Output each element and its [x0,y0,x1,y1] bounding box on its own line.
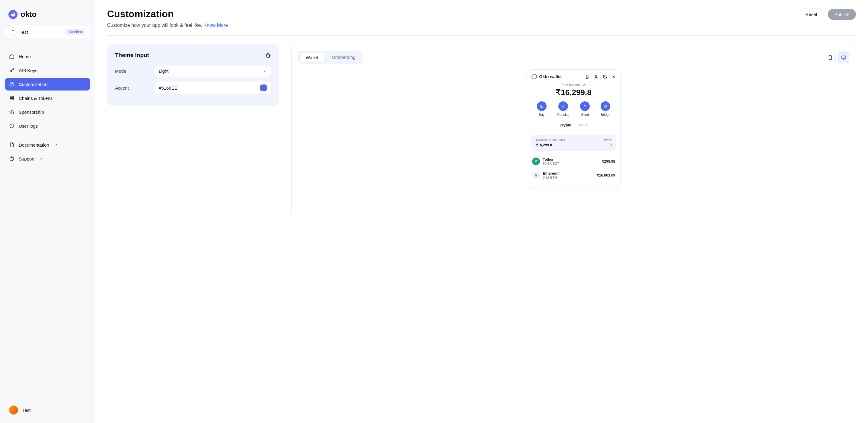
palette-icon [9,82,14,87]
page-subtitle: Customize how your app will look & feel … [107,23,228,28]
wallet-tab-nfts[interactable]: NFTs [579,121,588,130]
token-value: ₹16,001.09 [597,173,615,177]
key-icon [9,68,14,73]
balance-value: ₹16,299.8 [531,88,616,97]
sidebar-item-documentation[interactable]: Documentation [5,138,90,151]
sidebar-item-chains-tokens[interactable]: Chains & Tokens [5,92,90,104]
token-value: ₹298.98 [602,159,615,164]
sidebar-item-label: User logs [19,123,38,129]
token-row[interactable]: ₮ Tether 50.5 USDT ₹298.98 [531,155,616,168]
theme-card-title: Theme Input [115,52,149,59]
external-link-icon [54,143,58,147]
accent-input[interactable] [159,86,260,91]
main-content: Customization Customize how your app wil… [95,0,868,423]
svg-point-14 [584,85,585,86]
user-icon[interactable] [594,74,598,79]
token-row[interactable]: Ethereum 0.11 ETH ₹16,001.09 [531,168,616,182]
device-toggle [825,52,849,63]
device-desktop-button[interactable] [838,52,849,63]
page-header: Customization Customize how your app wil… [107,8,856,28]
eye-icon[interactable] [583,83,586,87]
wallet-action-bridge[interactable]: Bridge [600,101,610,117]
refresh-icon[interactable] [603,74,607,79]
primary-nav: Home API Keys Customization Chains & Tok… [5,50,90,132]
svg-point-13 [595,75,597,77]
document-icon [9,142,14,148]
sidebar-divider [5,46,90,46]
sidebar-item-label: Documentation [19,142,49,148]
sidebar-item-sponsorship[interactable]: Sponsorship [5,106,90,118]
main-divider [107,35,856,36]
project-env-badge: Sandbox [65,29,86,35]
sidebar-item-label: Chains & Tokens [19,96,53,101]
know-more-link[interactable]: Know More [204,23,228,28]
reset-button[interactable]: Reset [799,8,824,20]
sidebar-item-label: Support [19,156,35,161]
wallet-action-send[interactable]: Send [580,101,590,117]
accent-color-swatch[interactable] [260,85,267,91]
sidebar-item-user-logs[interactable]: User logs [5,120,90,132]
accent-label: Accent [115,86,154,91]
send-icon [580,101,590,111]
sidebar-item-home[interactable]: Home [5,50,90,63]
sidebar-item-api-keys[interactable]: API Keys [5,64,90,77]
tether-icon: ₮ [532,158,540,165]
sidebar-item-customization[interactable]: Customization [5,78,90,91]
project-selector[interactable]: T Test Sandbox [5,25,90,39]
wallet-preview: Okto wallet Total balance [527,69,621,188]
theme-input-card: Theme Input Mode Light Accent [107,44,279,106]
receive-icon [558,101,568,111]
accent-input-wrapper [154,81,271,94]
brand-name: okto [21,10,36,19]
page-subtitle-text: Customize how your app will look & feel … [107,23,204,28]
wallet-action-label: Buy [539,113,545,117]
brand-logo: okto [5,7,90,25]
svg-rect-12 [587,75,589,77]
brand-logo-mark [8,10,18,19]
header-actions: Reset Publish [799,8,856,20]
device-mobile-button[interactable] [825,52,836,63]
svg-rect-5 [10,96,13,98]
wallet-tab-crypto[interactable]: Crypto [559,121,572,130]
svg-point-2 [11,83,11,84]
user-menu[interactable]: Test [5,402,90,418]
close-icon[interactable] [612,74,616,79]
stack-icon [9,95,14,101]
sidebar-divider [5,398,90,398]
sidebar-item-support[interactable]: Support [5,152,90,165]
token-amount: 50.5 USDT [543,162,599,165]
mode-value: Light [159,68,169,74]
tokens-count-value: 3 [602,143,612,147]
sidebar: okto T Test Sandbox Home API Keys Custom… [0,0,95,423]
available-funds-value: ₹16,299.8 [536,143,565,147]
wallet-logo-icon [531,74,537,79]
svg-point-0 [10,70,12,72]
page-title: Customization [107,8,228,20]
wallet-action-label: Send [581,113,589,117]
mode-label: Mode [115,68,154,74]
svg-rect-6 [10,99,13,100]
project-name: Test [20,30,28,35]
preview-tabs: Wallet Onboarding [298,51,363,64]
wallet-action-receive[interactable]: Receive [557,101,569,117]
clock-icon [9,123,14,129]
preview-panel: Wallet Onboarding Okto wallet [291,44,856,219]
preview-tab-onboarding[interactable]: Onboarding [326,52,361,63]
user-name: Test [22,408,31,413]
token-name: Tether [543,158,599,162]
user-avatar [9,405,18,415]
copy-icon[interactable] [585,74,590,79]
help-icon [9,156,14,161]
gift-icon [9,109,14,115]
mode-select[interactable]: Light [154,65,271,77]
publish-button[interactable]: Publish [828,9,856,20]
funds-summary-card: Available to use funds ₹16,299.8 Tokens … [531,135,616,151]
token-amount: 0.11 ETH [543,175,594,179]
balance-label: Total balance [561,83,581,87]
project-avatar: T [9,28,17,36]
wallet-title: Okto wallet [539,74,583,79]
preview-tab-wallet[interactable]: Wallet [300,52,324,63]
chevron-down-icon [262,69,267,73]
buy-icon [537,101,547,111]
wallet-action-buy[interactable]: Buy [537,101,547,117]
